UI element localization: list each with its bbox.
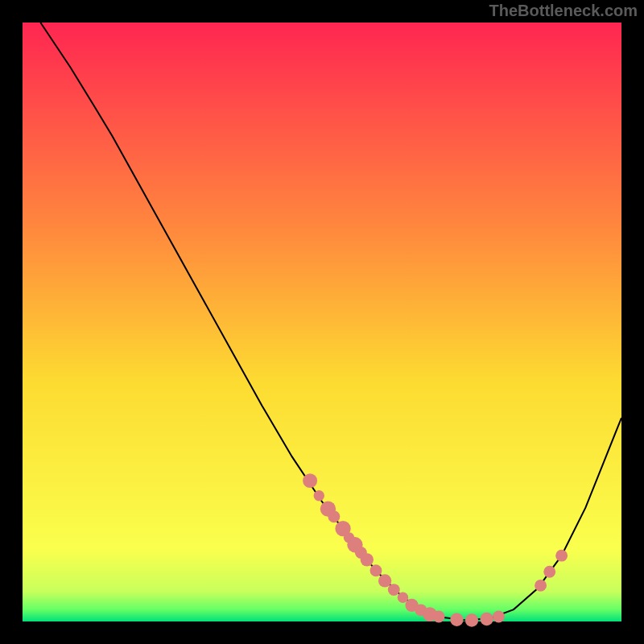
curve-marker xyxy=(465,613,478,626)
curve-marker xyxy=(450,613,463,626)
curve-marker xyxy=(303,473,317,488)
curve-marker xyxy=(555,550,568,562)
watermark-text: TheBottleneck.com xyxy=(489,2,638,20)
curve-marker xyxy=(535,580,547,592)
curve-marker xyxy=(493,611,505,623)
curve-marker xyxy=(388,584,400,596)
curve-marker xyxy=(361,553,374,566)
plot-background xyxy=(23,23,621,621)
curve-marker xyxy=(314,490,324,501)
bottleneck-chart: TheBottleneck.com xyxy=(0,0,644,644)
curve-marker xyxy=(328,510,340,522)
curve-marker xyxy=(370,564,382,576)
curve-marker xyxy=(480,613,493,625)
curve-marker xyxy=(433,611,445,623)
chart-svg xyxy=(0,0,644,644)
curve-marker xyxy=(378,574,391,587)
curve-marker xyxy=(543,566,555,578)
